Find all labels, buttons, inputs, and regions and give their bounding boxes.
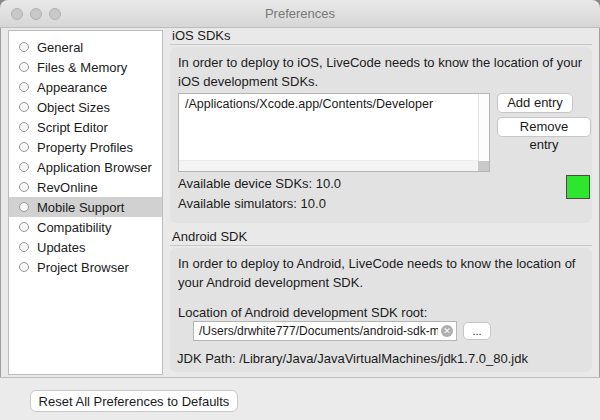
sidebar-item-application-browser[interactable]: Application Browser <box>9 157 162 177</box>
sidebar-item-project-browser[interactable]: Project Browser <box>9 257 162 277</box>
radio-icon <box>19 242 29 252</box>
sidebar-item-mobile-support[interactable]: Mobile Support <box>9 197 162 217</box>
radio-icon <box>19 42 29 52</box>
sidebar-item-label: Project Browser <box>37 260 129 275</box>
ios-description: In order to deploy to iOS, LiveCode need… <box>178 53 588 91</box>
preferences-window: Preferences General Files & Memory Appea… <box>0 0 600 420</box>
sidebar-item-appearance[interactable]: Appearance <box>9 77 162 97</box>
preferences-sidebar: General Files & Memory Appearance Object… <box>8 30 163 375</box>
sidebar-item-label: General <box>37 40 83 55</box>
radio-icon <box>19 102 29 112</box>
ios-sdks-panel: In order to deploy to iOS, LiveCode need… <box>170 47 592 223</box>
android-sdk-panel: In order to deploy to Android, LiveCode … <box>170 248 592 372</box>
vertical-scrollbar[interactable] <box>478 94 489 171</box>
ios-sdks-header: iOS SDKs <box>172 28 231 43</box>
sidebar-item-revonline[interactable]: RevOnline <box>9 177 162 197</box>
radio-icon <box>19 202 29 212</box>
list-item[interactable]: /Applications/Xcode.app/Contents/Develop… <box>179 94 489 114</box>
radio-icon <box>19 82 29 92</box>
sidebar-item-label: Property Profiles <box>37 140 133 155</box>
sidebar-item-label: RevOnline <box>37 180 98 195</box>
available-device-sdks-label: Available device SDKs: 10.0 <box>178 176 341 191</box>
android-sdk-root-field: ✕ <box>193 321 457 341</box>
radio-icon <box>19 222 29 232</box>
sidebar-item-label: Script Editor <box>37 120 108 135</box>
scrollbar-corner <box>478 161 489 171</box>
window-title: Preferences <box>0 6 600 21</box>
radio-icon <box>19 142 29 152</box>
sidebar-item-label: Application Browser <box>37 160 152 175</box>
sidebar-item-label: Mobile Support <box>37 200 124 215</box>
android-sdk-root-label: Location of Android development SDK root… <box>178 305 427 320</box>
android-sdk-root-input[interactable] <box>193 321 457 341</box>
sidebar-item-label: Compatibility <box>37 220 111 235</box>
sidebar-item-label: Object Sizes <box>37 100 110 115</box>
section-divider <box>170 245 592 246</box>
radio-icon <box>19 62 29 72</box>
radio-icon <box>19 182 29 192</box>
android-description: In order to deploy to Android, LiveCode … <box>178 254 588 292</box>
section-divider <box>170 44 592 45</box>
sidebar-item-label: Files & Memory <box>37 60 127 75</box>
radio-icon <box>19 262 29 272</box>
remove-entry-button[interactable]: Remove entry <box>497 117 591 137</box>
sidebar-item-object-sizes[interactable]: Object Sizes <box>9 97 162 117</box>
sidebar-item-files-memory[interactable]: Files & Memory <box>9 57 162 77</box>
sidebar-item-label: Appearance <box>37 80 107 95</box>
available-simulators-label: Available simulators: 10.0 <box>178 196 326 211</box>
add-entry-button[interactable]: Add entry <box>497 93 573 113</box>
clear-icon[interactable]: ✕ <box>441 325 453 337</box>
radio-icon <box>19 122 29 132</box>
sidebar-item-general[interactable]: General <box>9 37 162 57</box>
sdk-path-list[interactable]: /Applications/Xcode.app/Contents/Develop… <box>178 93 490 172</box>
sdk-status-indicator <box>566 175 590 199</box>
title-bar: Preferences <box>0 0 600 28</box>
sidebar-item-property-profiles[interactable]: Property Profiles <box>9 137 162 157</box>
sidebar-item-compatibility[interactable]: Compatibility <box>9 217 162 237</box>
sidebar-item-script-editor[interactable]: Script Editor <box>9 117 162 137</box>
horizontal-scrollbar[interactable] <box>179 160 478 171</box>
footer-bar: Reset All Preferences to Defaults <box>0 378 600 420</box>
android-sdk-header: Android SDK <box>172 229 247 244</box>
browse-button[interactable]: ... <box>463 322 491 340</box>
sidebar-item-label: Updates <box>37 240 85 255</box>
reset-all-preferences-button[interactable]: Reset All Preferences to Defaults <box>30 390 238 412</box>
radio-icon <box>19 162 29 172</box>
jdk-path-label: JDK Path: /Library/Java/JavaVirtualMachi… <box>177 351 528 366</box>
sidebar-item-updates[interactable]: Updates <box>9 237 162 257</box>
